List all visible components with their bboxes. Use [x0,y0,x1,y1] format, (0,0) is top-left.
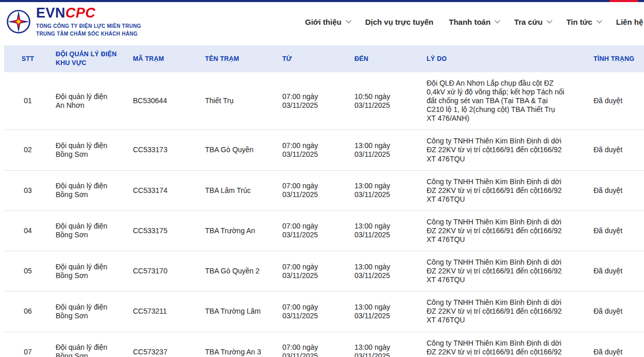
cell-station-name: TBA Trường An [201,210,278,251]
main-nav: Giới thiệu Dịch vụ trực tuyến Thanh toán… [305,2,643,41]
cell-reason: Đội QLĐ An Nhơn Lắp chụp đầu cột ĐZ 0,4k… [422,72,587,130]
column-header-ly-do: LÝ DO [422,45,587,72]
cell-to-time: 13:00 ngày 03/11/2025 [350,332,422,357]
site-header: EVNCPC TỔNG CÔNG TY ĐIỆN LỰC MIỀN TRUNG … [0,2,644,41]
column-header-stt: STT [4,45,52,72]
cell-from-time: 07:00 ngày 03/11/2025 [278,251,350,291]
brand-subtitle: TỔNG CÔNG TY ĐIỆN LỰC MIỀN TRUNG TRUNG T… [36,22,141,38]
nav-item-label: Tra cứu [514,18,543,26]
cell-station-name: Thiết Trụ [201,72,278,130]
table-row: 03 Đội quản lý điện Bồng Sơn CC533174 TB… [4,170,644,210]
nav-item-dich-vu-truc-tuyen[interactable]: Dịch vụ trực tuyến [365,18,434,26]
cell-reason: Công ty TNHH Thiên Kim Bình Định di dời … [422,332,587,357]
cell-reason: Công ty TNHH Thiên Kim Bình Định di dời … [422,251,587,291]
cell-station-name: TBA Trường An 3 [201,332,278,357]
cell-to-time: 13:00 ngày 03/11/2025 [350,210,422,251]
cell-team: Đội quản lý điện An Nhơn [52,72,129,130]
cell-reason: Công ty TNHH Thiên Kim Bình Định di dời … [422,210,587,251]
cell-status: Đã duyệt [587,170,644,210]
brand-subtitle-line1: TỔNG CÔNG TY ĐIỆN LỰC MIỀN TRUNG [36,22,141,30]
nav-item-tin-tuc[interactable]: Tin tức [566,18,601,26]
nav-item-label: Liên hệ [616,18,643,26]
chevron-down-icon [547,17,552,23]
cell-stt: 07 [4,332,52,357]
cell-from-time: 07:00 ngày 03/11/2025 [278,72,350,130]
cell-stt: 03 [4,170,52,210]
chevron-down-icon [495,17,500,23]
column-header-tinh-trang: TÌNH TRẠNG [587,45,644,72]
brand-text: EVNCPC TỔNG CÔNG TY ĐIỆN LỰC MIỀN TRUNG … [36,6,141,38]
cell-team: Đội quản lý điện Bồng Sơn [52,210,129,251]
cell-station-name: TBA Lâm Trúc [201,170,278,210]
cell-station-code: CC533173 [129,130,201,170]
table-body: 01 Đội quản lý điện An Nhơn BC530644 Thi… [4,72,644,357]
cell-station-code: BC530644 [129,72,201,130]
cell-status: Đã duyệt [587,210,644,251]
cell-station-code: CC573237 [129,332,201,357]
cell-to-time: 13:00 ngày 03/11/2025 [350,130,422,170]
cell-station-name: TBA Trường Lâm [201,291,278,332]
cell-station-name: TBA Gò Quyền [201,130,278,170]
cell-from-time: 07:00 ngày 03/11/2025 [278,210,350,251]
cell-reason: Công ty TNHH Thiên Kim Bình Định di dời … [422,170,587,210]
cell-station-code: CC573170 [129,251,201,291]
chevron-down-icon [345,17,351,23]
brand-evn: EVN [36,5,65,21]
nav-item-tra-cuu[interactable]: Tra cứu [514,18,551,26]
cell-stt: 04 [4,210,52,251]
cell-team: Đội quản lý điện Bồng Sơn [52,170,129,210]
cell-status: Đã duyệt [587,291,644,332]
nav-item-lien-he[interactable]: Liên hệ [616,18,643,26]
cell-team: Đội quản lý điện Bồng Sơn [52,291,129,332]
cell-status: Đã duyệt [587,130,644,170]
cell-reason: Công ty TNHH Thiên Kim Bình Định di dời … [422,291,587,332]
nav-item-label: Tin tức [566,18,592,26]
cell-from-time: 07:00 ngày 03/11/2025 [278,332,350,357]
cell-stt: 02 [4,130,52,170]
cell-station-name: TBA Gò Quyền 2 [201,251,278,291]
cell-team: Đội quản lý điện Bồng Sơn [52,332,129,357]
cell-status: Đã duyệt [587,251,644,291]
cell-from-time: 07:00 ngày 03/11/2025 [278,130,350,170]
cell-team: Đội quản lý điện Bồng Sơn [52,251,129,291]
cell-station-code: CC573211 [129,291,201,332]
nav-item-label: Thanh toán [449,18,490,26]
outage-schedule-table: STT ĐỘI QUẢN LÝ ĐIỆN KHU VỰC MÃ TRẠM TÊN… [4,45,644,357]
table-row: 06 Đội quản lý điện Bồng Sơn CC573211 TB… [4,291,644,332]
cell-from-time: 07:00 ngày 03/11/2025 [278,291,350,332]
cell-team: Đội quản lý điện Bồng Sơn [52,130,129,170]
column-header-den: ĐẾN [350,45,422,72]
table-row: 07 Đội quản lý điện Bồng Sơn CC573237 TB… [4,332,644,357]
cell-stt: 06 [4,291,52,332]
chevron-down-icon [596,17,602,23]
nav-item-gioi-thieu[interactable]: Giới thiệu [305,18,350,26]
nav-item-label: Giới thiệu [305,18,342,26]
table-row: 04 Đội quản lý điện Bồng Sơn CC533175 TB… [4,210,644,251]
cell-stt: 01 [4,72,52,130]
evn-star-logo-icon [6,9,31,34]
table-row: 01 Đội quản lý điện An Nhơn BC530644 Thi… [4,72,644,130]
cell-to-time: 13:00 ngày 03/11/2025 [350,251,422,291]
cell-from-time: 07:00 ngày 03/11/2025 [278,170,350,210]
cell-station-code: CC533174 [129,170,201,210]
cell-station-code: CC533175 [129,210,201,251]
column-header-tu: TỪ [278,45,350,72]
cell-stt: 05 [4,251,52,291]
column-header-ten-tram: TÊN TRẠM [201,45,278,72]
column-header-ma-tram: MÃ TRẠM [129,45,201,72]
column-header-doi-quan-ly: ĐỘI QUẢN LÝ ĐIỆN KHU VỰC [52,45,129,72]
cell-to-time: 13:00 ngày 03/11/2025 [350,170,422,210]
cell-status: Đã duyệt [587,332,644,357]
cell-reason: Công ty TNHH Thiên Kim Bình Định di dời … [422,130,587,170]
cell-to-time: 13:00 ngày 03/11/2025 [350,291,422,332]
brand-name: EVNCPC [36,6,141,20]
table-row: 02 Đội quản lý điện Bồng Sơn CC533173 TB… [4,130,644,170]
evncpc-logo[interactable]: EVNCPC TỔNG CÔNG TY ĐIỆN LỰC MIỀN TRUNG … [6,6,141,38]
nav-item-label: Dịch vụ trực tuyến [365,18,434,26]
cell-status: Đã duyệt [587,72,644,130]
brand-subtitle-line2: TRUNG TÂM CHĂM SÓC KHÁCH HÀNG [36,30,141,38]
nav-item-thanh-toan[interactable]: Thanh toán [449,18,499,26]
cell-to-time: 10:50 ngày 03/11/2025 [350,72,422,130]
brand-cpc: CPC [65,5,96,21]
table-header-row: STT ĐỘI QUẢN LÝ ĐIỆN KHU VỰC MÃ TRẠM TÊN… [4,45,644,72]
